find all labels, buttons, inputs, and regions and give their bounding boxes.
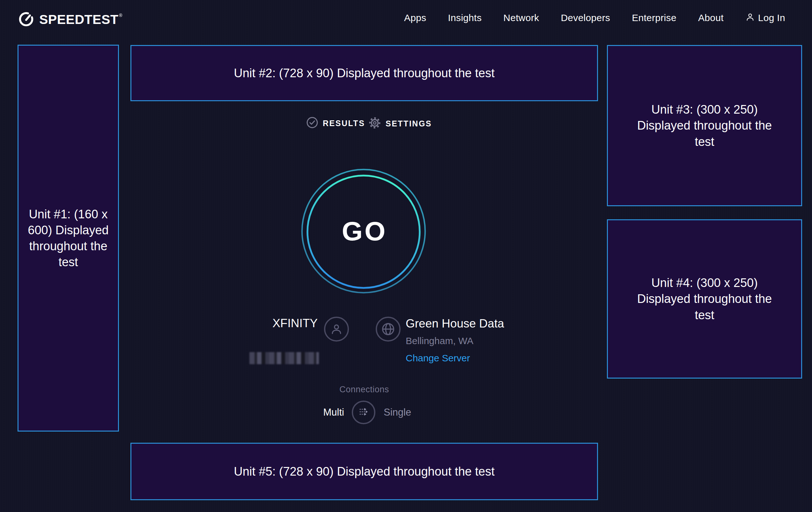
- user-icon: [745, 12, 755, 24]
- nav-item-developers[interactable]: Developers: [561, 12, 610, 23]
- speedtest-logo[interactable]: SPEEDTEST®: [18, 10, 122, 29]
- nav-item-apps[interactable]: Apps: [404, 12, 427, 23]
- trademark-mark: ®: [119, 13, 122, 18]
- nav-item-insights[interactable]: Insights: [448, 12, 482, 23]
- ad-unit-2[interactable]: Unit #2: (728 x 90) Displayed throughout…: [130, 45, 598, 101]
- login-button[interactable]: Log In: [745, 12, 785, 24]
- gear-icon: [368, 116, 381, 131]
- ip-address-redacted: [250, 352, 319, 364]
- nav-item-network[interactable]: Network: [503, 12, 539, 23]
- tab-settings[interactable]: SETTINGS: [368, 116, 432, 131]
- change-server-link[interactable]: Change Server: [406, 353, 470, 363]
- top-nav: SPEEDTEST® Apps Insights Network Develop…: [0, 0, 812, 36]
- server-globe-icon: [376, 317, 401, 342]
- ad-unit-3-text: Unit #3: (300 x 250) Displayed throughou…: [636, 102, 773, 150]
- ad-unit-1[interactable]: Unit #1: (160 x 600) Displayed throughou…: [18, 45, 119, 432]
- isp-user-icon: [324, 317, 349, 342]
- ad-unit-3[interactable]: Unit #3: (300 x 250) Displayed throughou…: [607, 45, 802, 206]
- go-button-label: GO: [297, 164, 431, 298]
- tab-results[interactable]: RESULTS: [306, 116, 365, 130]
- tab-results-label: RESULTS: [323, 119, 365, 128]
- brand-name: SPEEDTEST®: [39, 12, 122, 27]
- nav-item-about[interactable]: About: [698, 12, 724, 23]
- connections-multi-option[interactable]: Multi: [287, 407, 344, 418]
- ad-unit-4-text: Unit #4: (300 x 250) Displayed throughou…: [636, 275, 773, 323]
- nav-item-enterprise[interactable]: Enterprise: [632, 12, 676, 23]
- connections-single-option[interactable]: Single: [384, 407, 411, 418]
- tabs-row: RESULTS SETTINGS: [287, 116, 510, 133]
- ad-unit-4[interactable]: Unit #4: (300 x 250) Displayed throughou…: [607, 219, 802, 379]
- ad-unit-1-text: Unit #1: (160 x 600) Displayed throughou…: [27, 206, 109, 270]
- nav-links: Apps Insights Network Developers Enterpr…: [404, 0, 785, 36]
- tab-settings-label: SETTINGS: [385, 119, 432, 128]
- gauge-icon: [18, 10, 35, 29]
- ad-unit-5[interactable]: Unit #5: (728 x 90) Displayed throughout…: [130, 443, 598, 500]
- multi-connection-icon: [356, 405, 371, 420]
- connections-toggle[interactable]: [352, 401, 375, 424]
- ad-unit-2-text: Unit #2: (728 x 90) Displayed throughout…: [234, 65, 494, 81]
- go-button[interactable]: GO: [297, 164, 431, 298]
- ad-unit-5-text: Unit #5: (728 x 90) Displayed throughout…: [234, 463, 494, 480]
- server-location: Bellingham, WA: [406, 335, 473, 346]
- connections-heading: Connections: [130, 385, 598, 395]
- check-circle-icon: [306, 116, 318, 130]
- isp-name: XFINITY: [223, 317, 318, 330]
- server-name: Green House Data: [406, 317, 504, 330]
